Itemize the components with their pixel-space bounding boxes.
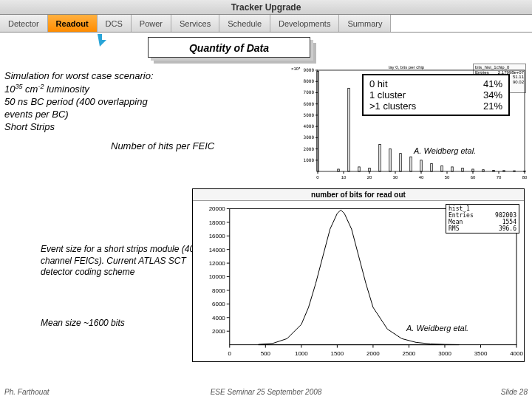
svg-text:4000: 4000 xyxy=(510,350,523,357)
svg-rect-51 xyxy=(472,169,474,171)
svg-text:4000: 4000 xyxy=(304,123,315,129)
svg-text:20000: 20000 xyxy=(209,205,226,212)
svg-text:30: 30 xyxy=(393,175,398,180)
svg-rect-47 xyxy=(431,163,433,171)
svg-text:6000: 6000 xyxy=(212,301,225,307)
tab-services[interactable]: Services xyxy=(171,15,219,32)
sim-line: Short Strips xyxy=(4,121,270,134)
svg-rect-50 xyxy=(462,168,464,171)
tab-detector[interactable]: Detector xyxy=(0,15,48,32)
svg-text:1500: 1500 xyxy=(331,350,344,357)
page-title: Tracker Upgrade xyxy=(0,0,532,15)
nav-bar: Detector Readout DCS Power Services Sche… xyxy=(0,15,532,33)
svg-text:40: 40 xyxy=(419,175,424,180)
svg-rect-56 xyxy=(524,171,526,171)
mean-size-text: Mean size ~1600 bits xyxy=(41,318,125,328)
svg-text:16000: 16000 xyxy=(209,233,226,239)
chart-bits-per-chip: 1000200030004000500060007000800090000102… xyxy=(288,64,528,183)
svg-text:3000: 3000 xyxy=(438,350,451,357)
hits-per-feic-label: Number of hits per FEIC xyxy=(111,140,214,151)
svg-rect-39 xyxy=(348,88,350,171)
tab-schedule[interactable]: Schedule xyxy=(219,15,270,32)
svg-rect-0 xyxy=(318,70,525,171)
svg-text:3000: 3000 xyxy=(304,134,315,140)
svg-rect-44 xyxy=(400,154,402,171)
svg-text:12000: 12000 xyxy=(209,260,226,267)
svg-text:5000: 5000 xyxy=(304,112,315,117)
svg-text:9000: 9000 xyxy=(304,67,315,72)
svg-rect-45 xyxy=(410,157,412,171)
credit-2: A. Weidberg etal. xyxy=(406,324,468,332)
svg-rect-49 xyxy=(451,167,454,171)
svg-rect-46 xyxy=(420,160,423,171)
svg-text:20: 20 xyxy=(367,175,372,180)
svg-text:10000: 10000 xyxy=(209,274,226,281)
svg-rect-43 xyxy=(389,149,392,171)
svg-text:2500: 2500 xyxy=(403,350,416,357)
svg-text:14000: 14000 xyxy=(209,247,226,253)
footer-slide: Slide 28 xyxy=(501,388,528,396)
svg-rect-52 xyxy=(482,170,485,171)
svg-text:2000: 2000 xyxy=(366,350,380,357)
svg-text:4000: 4000 xyxy=(212,315,225,321)
footer-event: ESE Seminar 25 September 2008 xyxy=(0,388,532,396)
svg-rect-42 xyxy=(379,144,381,171)
svg-text:2000: 2000 xyxy=(212,328,225,335)
svg-rect-55 xyxy=(514,171,516,171)
arrow-down-icon xyxy=(96,33,111,47)
svg-text:8000: 8000 xyxy=(304,78,315,83)
svg-text:7000: 7000 xyxy=(304,89,315,95)
sim-line: events per BC) xyxy=(4,109,270,121)
svg-text:70: 70 xyxy=(497,175,502,180)
svg-rect-38 xyxy=(338,169,340,171)
svg-text:18000: 18000 xyxy=(209,219,226,226)
tab-power[interactable]: Power xyxy=(132,15,171,32)
chart2-title: number of bits for read out xyxy=(193,189,524,201)
svg-text:0: 0 xyxy=(228,350,232,357)
svg-text:6000: 6000 xyxy=(304,101,315,106)
tab-dcs[interactable]: DCS xyxy=(98,15,132,32)
svg-text:500: 500 xyxy=(261,350,271,357)
svg-text:lay 0, bits per chip: lay 0, bits per chip xyxy=(389,65,425,69)
sim-line: 1035 cm-2 luminosity xyxy=(4,83,270,96)
svg-text:1000: 1000 xyxy=(295,350,308,357)
svg-text:0: 0 xyxy=(316,175,319,180)
svg-rect-41 xyxy=(369,168,371,171)
root-stat-box: hist_1 Entries902003 Mean1554 RMS396.6 xyxy=(446,204,519,233)
tab-summary[interactable]: Summary xyxy=(339,15,391,32)
svg-rect-53 xyxy=(493,170,495,171)
tab-readout[interactable]: Readout xyxy=(48,15,98,32)
section-subtitle: Quantity of Data xyxy=(148,37,310,58)
svg-text:60: 60 xyxy=(471,175,476,180)
event-size-text: Event size for a short strips module (40… xyxy=(41,244,218,279)
simulation-text: Simulation for worst case scenario: 1035… xyxy=(4,70,270,134)
svg-text:1000: 1000 xyxy=(304,157,315,163)
svg-rect-48 xyxy=(441,166,443,171)
svg-text:2000: 2000 xyxy=(304,146,315,151)
svg-text:50: 50 xyxy=(445,175,450,180)
svg-text:80: 80 xyxy=(522,175,528,180)
sim-line: Simulation for worst case scenario: xyxy=(4,70,270,83)
tab-developments[interactable]: Developments xyxy=(270,15,339,32)
svg-rect-40 xyxy=(358,167,361,171)
sim-line: 50 ns BC period (400 overlapping xyxy=(4,96,270,109)
svg-text:×10³: ×10³ xyxy=(291,66,300,71)
svg-text:10: 10 xyxy=(341,175,347,180)
svg-rect-54 xyxy=(503,171,505,171)
svg-text:3500: 3500 xyxy=(474,350,488,357)
chart-readout-bits: number of bits for read out hist_1 Entri… xyxy=(192,188,525,362)
svg-text:8000: 8000 xyxy=(212,287,225,294)
